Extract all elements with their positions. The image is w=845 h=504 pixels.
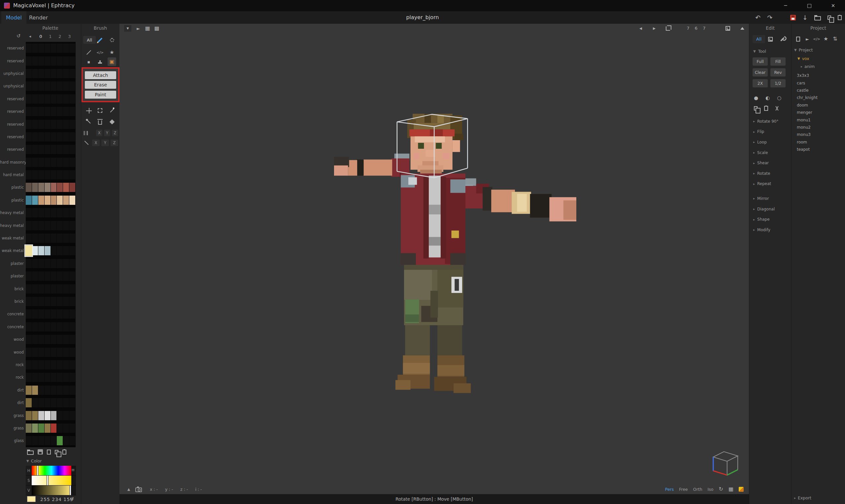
swap-color-icon[interactable]: ⇄ bbox=[70, 496, 74, 501]
palette-cell-empty[interactable] bbox=[69, 284, 75, 293]
palette-swatch[interactable] bbox=[45, 246, 51, 255]
project-item-monu1[interactable]: monu1 bbox=[797, 116, 843, 123]
palette-cell-empty[interactable] bbox=[57, 348, 63, 357]
viewport-canvas[interactable]: ▼ ► ▦ ▩ ◂ ▸ 7 6 7 bbox=[120, 24, 749, 504]
tool-1-2[interactable]: 1/2 bbox=[770, 79, 786, 87]
palette-cell-empty[interactable] bbox=[57, 221, 63, 230]
palette-cell-empty[interactable] bbox=[45, 221, 51, 230]
palette-cell-empty[interactable] bbox=[51, 56, 57, 66]
palette-cell-empty[interactable] bbox=[38, 322, 44, 331]
palette-cell-empty[interactable] bbox=[26, 120, 32, 129]
palette-cell-empty[interactable] bbox=[32, 322, 38, 331]
palette-swatch[interactable] bbox=[26, 424, 32, 433]
palette-refresh-icon[interactable]: ↺ bbox=[17, 34, 21, 39]
palette-cell-empty[interactable] bbox=[26, 360, 32, 370]
palette-tab-0[interactable]: 0 bbox=[38, 34, 44, 39]
palette-cell-empty[interactable] bbox=[69, 373, 75, 382]
palette-cell-empty[interactable] bbox=[45, 120, 51, 129]
magic-wand-icon[interactable] bbox=[108, 106, 116, 115]
palette-cell-empty[interactable] bbox=[51, 132, 57, 142]
tool-full[interactable]: Full bbox=[753, 57, 768, 66]
palette-cell-empty[interactable] bbox=[51, 385, 57, 395]
palette-cell-empty[interactable] bbox=[45, 234, 51, 243]
palette-cell-empty[interactable] bbox=[32, 271, 38, 281]
palette-cell-empty[interactable] bbox=[69, 43, 75, 53]
view-mode-orth[interactable]: Orth bbox=[693, 487, 702, 492]
palette-cell-empty[interactable] bbox=[63, 145, 69, 154]
undo-icon[interactable]: ↶ bbox=[755, 15, 760, 21]
edit-section-scale[interactable]: ▸Scale bbox=[749, 147, 792, 158]
palette-cell-empty[interactable] bbox=[69, 94, 75, 104]
palette-cell-empty[interactable] bbox=[63, 234, 69, 243]
palette-cell-empty[interactable] bbox=[38, 234, 44, 243]
palette-cell-empty[interactable] bbox=[51, 259, 57, 268]
view-mode-iso[interactable]: Iso bbox=[708, 487, 714, 492]
palette-swatch[interactable] bbox=[45, 183, 51, 192]
palette-cell-empty[interactable] bbox=[51, 43, 57, 53]
palette-cell-empty[interactable] bbox=[38, 221, 44, 230]
palette-cell-empty[interactable] bbox=[57, 271, 63, 281]
project-code-icon[interactable]: </> bbox=[813, 35, 821, 43]
palette-cell-empty[interactable] bbox=[69, 360, 75, 370]
edit-section-repeat[interactable]: ▸Repeat bbox=[749, 179, 792, 189]
palette-cell-empty[interactable] bbox=[51, 94, 57, 104]
download-icon[interactable]: ↓ bbox=[803, 15, 808, 21]
palette-cell-empty[interactable] bbox=[26, 436, 32, 445]
palette-cell-empty[interactable] bbox=[57, 56, 63, 66]
tool-rev[interactable]: Rev bbox=[770, 68, 786, 76]
palette-paste-icon[interactable] bbox=[63, 450, 66, 454]
palette-cell-empty[interactable] bbox=[26, 94, 32, 104]
palette-cell-empty[interactable] bbox=[57, 411, 63, 420]
dot-brush-icon[interactable]: ▪ bbox=[85, 57, 93, 66]
palette-cell-empty[interactable] bbox=[63, 322, 69, 331]
palette-cell-empty[interactable] bbox=[69, 348, 75, 357]
palette-cell-empty[interactable] bbox=[38, 132, 44, 142]
circle-empty-icon[interactable]: ○ bbox=[777, 95, 781, 101]
palette-cell-empty[interactable] bbox=[38, 158, 44, 167]
voxel-brush-icon[interactable]: ▣ bbox=[108, 57, 116, 66]
line-brush-icon[interactable] bbox=[85, 48, 93, 57]
palette-cell-empty[interactable] bbox=[38, 385, 44, 395]
palette-cell-empty[interactable] bbox=[57, 234, 63, 243]
fit-bounds-icon[interactable] bbox=[767, 35, 774, 43]
palette-cell-empty[interactable] bbox=[45, 322, 51, 331]
palette-swatch[interactable] bbox=[45, 411, 51, 420]
palette-swatch[interactable] bbox=[26, 411, 32, 420]
palette-cell-empty[interactable] bbox=[63, 43, 69, 53]
palette-cell-empty[interactable] bbox=[26, 271, 32, 281]
palette-cell-empty[interactable] bbox=[45, 94, 51, 104]
edit-all-button[interactable]: All bbox=[753, 35, 765, 43]
palette-swatch[interactable] bbox=[51, 183, 57, 192]
palette-cell-empty[interactable] bbox=[32, 348, 38, 357]
palette-cell-empty[interactable] bbox=[45, 132, 51, 142]
close-button[interactable]: × bbox=[821, 0, 845, 11]
palette-cell-empty[interactable] bbox=[45, 43, 51, 53]
pencil-brush-icon[interactable] bbox=[96, 36, 104, 44]
palette-swatch[interactable] bbox=[69, 196, 75, 205]
palette-cell-empty[interactable] bbox=[63, 69, 69, 78]
palette-swatch[interactable] bbox=[26, 398, 32, 407]
resize-model-icon[interactable] bbox=[664, 25, 671, 32]
value-slider[interactable] bbox=[32, 486, 71, 495]
edit-copy-icon[interactable] bbox=[754, 106, 758, 110]
hue-slider[interactable] bbox=[32, 466, 71, 475]
project-item-3x3x3[interactable]: 3x3x3 bbox=[797, 72, 843, 79]
palette-cell-empty[interactable] bbox=[32, 284, 38, 293]
project-cursor-icon[interactable]: ► bbox=[804, 35, 811, 43]
palette-cell-empty[interactable] bbox=[26, 335, 32, 344]
palette-cell-empty[interactable] bbox=[38, 398, 44, 407]
palette-cell-empty[interactable] bbox=[38, 309, 44, 319]
palette-cell-empty[interactable] bbox=[32, 170, 38, 179]
palette-swatch[interactable] bbox=[45, 196, 51, 205]
palette-cell-empty[interactable] bbox=[69, 234, 75, 243]
ground-grid-icon[interactable]: ▦ bbox=[728, 487, 734, 492]
palette-swatch[interactable] bbox=[57, 196, 63, 205]
palette-cell-empty[interactable] bbox=[38, 208, 44, 217]
palette-cell-empty[interactable] bbox=[32, 43, 38, 53]
move-tool-icon[interactable] bbox=[85, 106, 93, 115]
palette-cell-empty[interactable] bbox=[57, 259, 63, 268]
save-icon[interactable] bbox=[790, 15, 796, 20]
edit-section-shear[interactable]: ▸Shear bbox=[749, 158, 792, 168]
palette-cell-empty[interactable] bbox=[38, 271, 44, 281]
circle-half-icon[interactable]: ◐ bbox=[765, 95, 770, 101]
